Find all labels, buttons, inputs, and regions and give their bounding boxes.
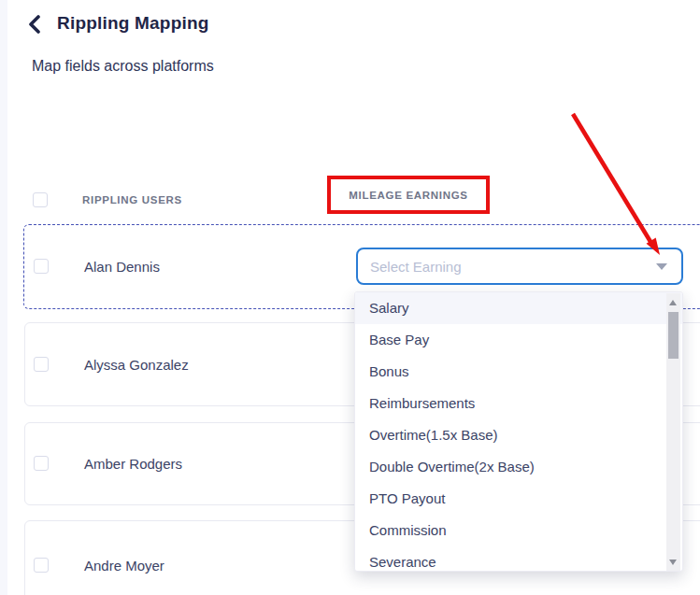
row-checkbox[interactable] bbox=[34, 558, 49, 573]
row-checkbox[interactable] bbox=[34, 357, 49, 372]
earning-select-placeholder: Select Earning bbox=[370, 259, 656, 275]
dropdown-option[interactable]: Bonus bbox=[355, 356, 682, 388]
page-title: Rippling Mapping bbox=[57, 13, 209, 34]
scrollbar-thumb[interactable] bbox=[668, 312, 679, 359]
annotation-highlight-box: MILEAGE EARNINGS bbox=[327, 176, 490, 214]
dropdown-option[interactable]: Double Overtime(2x Base) bbox=[355, 451, 682, 483]
dropdown-option[interactable]: Commission bbox=[355, 515, 682, 546]
dropdown-option[interactable]: Severance bbox=[355, 546, 682, 572]
chevron-down-icon bbox=[656, 263, 667, 270]
rippling-mapping-page: Rippling Mapping Map fields across platf… bbox=[0, 0, 700, 595]
row-checkbox[interactable] bbox=[34, 456, 49, 471]
row-user-name: Alan Dennis bbox=[84, 259, 160, 276]
earning-select[interactable]: Select Earning bbox=[356, 248, 683, 285]
earning-dropdown-list: Salary Base Pay Bonus Reimbursements Ove… bbox=[354, 291, 683, 572]
row-checkbox[interactable] bbox=[34, 259, 49, 274]
dropdown-option[interactable]: PTO Payout bbox=[355, 483, 682, 515]
dropdown-scrollbar[interactable] bbox=[666, 293, 680, 572]
back-button[interactable] bbox=[27, 15, 46, 35]
row-user-name: Andre Moyer bbox=[84, 558, 164, 574]
page-subtitle: Map fields across platforms bbox=[32, 58, 214, 75]
scroll-down-icon[interactable] bbox=[669, 560, 677, 565]
chevron-left-icon bbox=[27, 21, 42, 36]
dropdown-option[interactable]: Reimbursements bbox=[355, 388, 682, 419]
row-user-name: Alyssa Gonzalez bbox=[84, 357, 189, 374]
column-header-mileage-earnings: MILEAGE EARNINGS bbox=[349, 190, 468, 201]
page-left-gutter bbox=[0, 0, 7, 595]
dropdown-option[interactable]: Overtime(1.5x Base) bbox=[355, 419, 682, 451]
scroll-up-icon[interactable] bbox=[669, 300, 677, 305]
dropdown-option[interactable]: Base Pay bbox=[355, 324, 682, 356]
dropdown-option[interactable]: Salary bbox=[355, 292, 682, 324]
row-user-name: Amber Rodgers bbox=[84, 456, 182, 473]
select-all-checkbox[interactable] bbox=[33, 192, 48, 207]
column-header-rippling-users: RIPPLING USERS bbox=[82, 194, 182, 205]
